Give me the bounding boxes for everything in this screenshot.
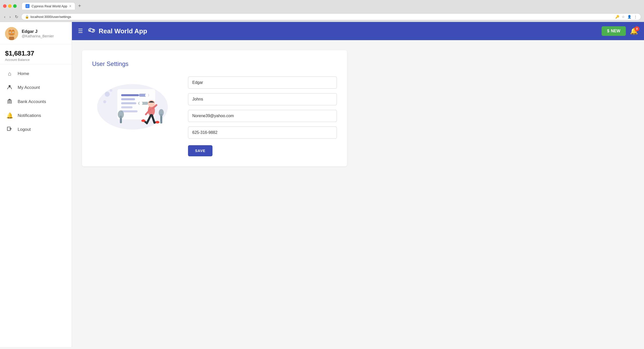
svg-point-6 (10, 33, 11, 33)
user-info: Edgar J @Katharina_Bernier (0, 22, 72, 44)
nav-menu: ⌂ Home My Account (0, 64, 72, 347)
star-icon[interactable]: ☆ (622, 15, 625, 19)
svg-rect-12 (8, 101, 8, 103)
topbar-left: ☰ Real World App (78, 27, 147, 36)
svg-point-22 (110, 89, 112, 92)
sidebar-item-my-account[interactable]: My Account (0, 81, 72, 95)
balance-amount: $1,681.37 (5, 49, 67, 57)
svg-rect-28 (121, 110, 138, 112)
svg-rect-15 (7, 103, 12, 103)
forward-button[interactable]: › (8, 14, 12, 20)
menu-icon[interactable]: ⋮ (634, 15, 637, 19)
svg-point-20 (105, 92, 110, 97)
main-content: User Settings (72, 40, 644, 347)
svg-point-21 (103, 100, 106, 103)
balance-label: Account Balance (5, 58, 67, 62)
address-icons: 🔑 ☆ 👤 ⋮ (615, 15, 637, 19)
tab-close-button[interactable]: × (69, 4, 71, 8)
first-name-input[interactable] (188, 77, 337, 89)
svg-rect-27 (121, 106, 132, 108)
balance-section: $1,681.37 Account Balance (0, 44, 72, 64)
profile-icon[interactable]: 👤 (627, 15, 631, 19)
bank-icon (6, 98, 13, 105)
tab-bar: C Cypress Real World App × + (19, 2, 86, 10)
settings-illustration (92, 77, 173, 133)
save-button[interactable]: SAVE (188, 145, 212, 156)
svg-point-32 (139, 102, 143, 105)
svg-rect-13 (9, 101, 10, 103)
last-name-input[interactable] (188, 93, 337, 105)
new-tab-button[interactable]: + (76, 2, 83, 10)
svg-point-44 (118, 110, 124, 118)
phone-input[interactable] (188, 127, 337, 139)
svg-marker-16 (7, 99, 12, 100)
settings-title: User Settings (92, 60, 337, 67)
sidebar-item-logout[interactable]: Logout (0, 122, 72, 137)
brand-icon (87, 27, 96, 36)
notifications-button[interactable]: 🔔 8 (630, 27, 638, 35)
brand-name: Real World App (99, 27, 147, 35)
svg-point-41 (141, 119, 145, 122)
active-tab[interactable]: C Cypress Real World App × (22, 2, 75, 10)
svg-rect-24 (121, 94, 139, 96)
maximize-button[interactable] (13, 4, 17, 8)
dollar-icon: $ (607, 29, 609, 33)
svg-rect-9 (9, 37, 14, 40)
notifications-icon: 🔔 (6, 112, 13, 119)
topbar-right: $ NEW 🔔 8 (602, 26, 638, 36)
svg-rect-25 (121, 98, 135, 100)
notification-badge: 8 (634, 26, 639, 31)
svg-rect-26 (121, 102, 136, 104)
sidebar-item-bank-accounts[interactable]: Bank Accounts (0, 95, 72, 109)
url-input[interactable]: 🔒 localhost:3000/user/settings 🔑 ☆ 👤 ⋮ (21, 13, 641, 20)
reload-button[interactable]: ↻ (14, 13, 19, 20)
user-name: Edgar J (22, 29, 54, 34)
app-container: Edgar J @Katharina_Bernier $1,681.37 Acc… (0, 22, 644, 347)
svg-rect-14 (11, 101, 11, 103)
sidebar-item-home-label: Home (18, 71, 29, 76)
tab-favicon: C (25, 4, 30, 8)
user-handle: @Katharina_Bernier (22, 34, 54, 38)
sidebar-item-bank-accounts-label: Bank Accounts (18, 99, 46, 104)
sidebar-item-notifications[interactable]: 🔔 Notifications (0, 109, 72, 122)
hamburger-button[interactable]: ☰ (78, 28, 83, 34)
svg-point-30 (145, 93, 149, 97)
minimize-button[interactable] (8, 4, 12, 8)
titlebar: C Cypress Real World App × + (0, 0, 644, 12)
avatar (5, 27, 18, 40)
url-text: localhost:3000/user/settings (31, 15, 71, 19)
svg-point-42 (155, 121, 159, 123)
logout-icon (6, 126, 13, 133)
back-button[interactable]: ‹ (3, 14, 6, 20)
svg-point-10 (9, 85, 11, 87)
tab-title: Cypress Real World App (32, 4, 67, 8)
browser-chrome: C Cypress Real World App × + ‹ › ↻ 🔒 loc… (0, 0, 644, 22)
sidebar-item-logout-label: Logout (18, 127, 31, 132)
settings-body: SAVE (92, 77, 337, 156)
settings-form: SAVE (188, 77, 337, 156)
svg-rect-8 (10, 35, 13, 35)
svg-rect-3 (13, 30, 14, 32)
brand: Real World App (87, 27, 147, 36)
svg-rect-2 (10, 30, 11, 32)
new-button-label: NEW (611, 29, 620, 33)
email-input[interactable] (188, 110, 337, 122)
svg-point-46 (159, 109, 164, 116)
topbar: ☰ Real World App $ NEW (72, 22, 644, 40)
svg-point-7 (13, 33, 14, 33)
traffic-lights (3, 4, 17, 8)
key-icon: 🔑 (615, 15, 619, 19)
account-icon (6, 84, 13, 91)
sidebar-item-notifications-label: Notifications (18, 113, 41, 118)
sidebar-item-home[interactable]: ⌂ Home (0, 67, 72, 81)
user-details: Edgar J @Katharina_Bernier (22, 29, 54, 38)
new-transaction-button[interactable]: $ NEW (602, 26, 626, 36)
close-button[interactable] (3, 4, 7, 8)
home-icon: ⌂ (6, 70, 13, 77)
settings-card: User Settings (82, 50, 347, 166)
sidebar: Edgar J @Katharina_Bernier $1,681.37 Acc… (0, 22, 72, 347)
svg-rect-11 (7, 101, 12, 101)
right-side: ☰ Real World App $ NEW (72, 22, 644, 347)
sidebar-item-my-account-label: My Account (18, 85, 40, 90)
address-bar: ‹ › ↻ 🔒 localhost:3000/user/settings 🔑 ☆… (0, 12, 644, 22)
